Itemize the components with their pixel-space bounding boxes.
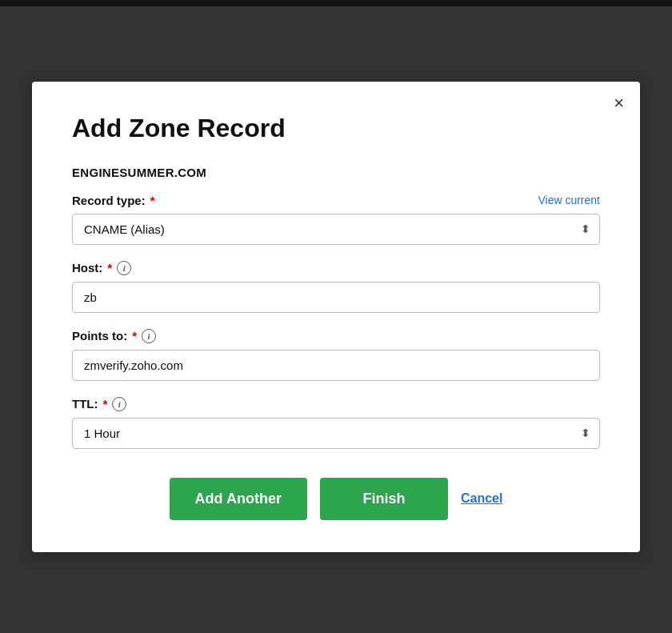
cancel-button[interactable]: Cancel xyxy=(461,491,502,506)
host-input[interactable] xyxy=(72,282,600,313)
host-required: * xyxy=(107,261,112,274)
host-label: Host: * i xyxy=(72,261,131,275)
modal-overlay: × Add Zone Record ENGINESUMMER.COM Recor… xyxy=(0,0,672,633)
host-field-group: Host: * i xyxy=(72,261,600,313)
modal-title: Add Zone Record xyxy=(72,114,600,143)
record-type-select[interactable]: A (Address) AAAA (IPv6 Address) CNAME (A… xyxy=(72,214,600,245)
host-label-text: Host: xyxy=(72,261,102,274)
actions-area: Add Another Finish Cancel xyxy=(72,478,600,520)
record-type-label: Record type: * xyxy=(72,194,155,207)
add-another-button[interactable]: Add Another xyxy=(170,478,307,520)
points-to-required: * xyxy=(132,329,137,343)
ttl-select-wrapper: Auto 1 Hour 30 Minutes 5 Minutes 1 Minut… xyxy=(72,418,600,449)
ttl-header: TTL: * i xyxy=(72,397,600,411)
points-to-input[interactable] xyxy=(72,350,600,381)
ttl-info-icon[interactable]: i xyxy=(112,397,126,411)
host-header: Host: * i xyxy=(72,261,600,275)
modal-dialog: × Add Zone Record ENGINESUMMER.COM Recor… xyxy=(32,82,640,552)
ttl-label-text: TTL: xyxy=(72,397,98,411)
host-info-icon[interactable]: i xyxy=(117,261,131,275)
domain-name: ENGINESUMMER.COM xyxy=(72,166,600,179)
ttl-required: * xyxy=(102,397,107,411)
ttl-label: TTL: * i xyxy=(72,397,126,411)
record-type-field-group: Record type: * View current A (Address) … xyxy=(72,194,600,245)
record-type-header: Record type: * View current xyxy=(72,194,600,207)
ttl-field-group: TTL: * i Auto 1 Hour 30 Minutes 5 Minute… xyxy=(72,397,600,449)
record-type-label-text: Record type: xyxy=(72,194,146,207)
points-to-info-icon[interactable]: i xyxy=(142,329,156,343)
view-current-link[interactable]: View current xyxy=(538,194,600,206)
ttl-select[interactable]: Auto 1 Hour 30 Minutes 5 Minutes 1 Minut… xyxy=(72,418,600,449)
points-to-label-text: Points to: xyxy=(72,329,127,343)
record-type-select-wrapper: A (Address) AAAA (IPv6 Address) CNAME (A… xyxy=(72,214,600,245)
record-type-required: * xyxy=(150,194,155,207)
points-to-header: Points to: * i xyxy=(72,329,600,343)
points-to-label: Points to: * i xyxy=(72,329,156,343)
points-to-field-group: Points to: * i xyxy=(72,329,600,381)
close-button[interactable]: × xyxy=(614,94,624,112)
finish-button[interactable]: Finish xyxy=(320,478,448,520)
